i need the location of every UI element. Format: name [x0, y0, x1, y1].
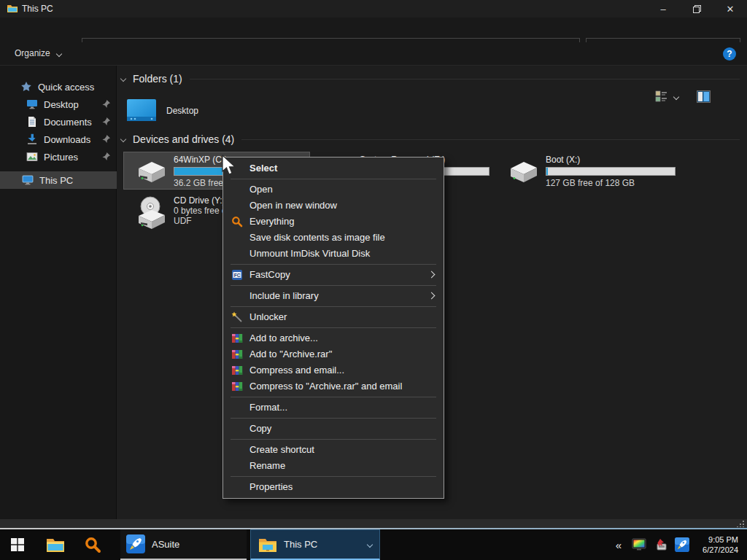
menu-item-compress-and-email[interactable]: Compress and email...: [223, 362, 444, 378]
close-icon: ✕: [727, 4, 735, 15]
menu-item-select[interactable]: Select: [223, 160, 444, 176]
taskbar-asuite-button[interactable]: ASuite: [120, 529, 247, 560]
mouse-cursor: [221, 155, 237, 176]
devices-group-label: Devices and drives (4): [133, 133, 234, 145]
preview-pane-button[interactable]: [697, 90, 711, 103]
sidebar-item-label: This PC: [39, 175, 73, 186]
document-icon: [26, 116, 38, 128]
tray-imdisk-icon[interactable]: [654, 538, 667, 551]
clock-time: 9:05 PM: [703, 534, 738, 545]
sidebar-item-documents[interactable]: Documents: [0, 113, 117, 131]
star-icon: [20, 81, 32, 93]
collapse-chevron-icon[interactable]: [120, 136, 126, 142]
menu-item-open[interactable]: Open: [223, 182, 444, 198]
submenu-arrow-icon: [428, 292, 436, 300]
menu-item-everything[interactable]: Everything: [223, 214, 444, 230]
drive-tile-x[interactable]: Boot (X:) 127 GB free of 128 GB: [496, 152, 681, 189]
menu-item-format[interactable]: Format...: [223, 400, 444, 416]
taskbar: ASuite This PC «: [0, 529, 747, 560]
windows-logo-icon: [11, 538, 24, 551]
sidebar-item-pictures[interactable]: Pictures: [0, 148, 117, 166]
taskbar-clock[interactable]: 9:05 PM 6/27/2024: [703, 534, 738, 555]
hdd-icon: [505, 158, 540, 186]
devices-group-header[interactable]: Devices and drives (4): [121, 133, 740, 145]
menu-item-compress-to-archive-and-email[interactable]: Compress to "Archive.rar" and email: [223, 378, 444, 394]
menu-item-copy[interactable]: Copy: [223, 421, 444, 437]
pin-icon: [101, 117, 111, 126]
folder-name: Desktop: [166, 106, 198, 116]
close-button[interactable]: ✕: [713, 0, 747, 18]
collapse-chevron-icon[interactable]: [120, 76, 126, 82]
sidebar-item-this-pc[interactable]: This PC: [0, 171, 117, 189]
submenu-arrow-icon: [428, 271, 436, 279]
tray-asuite-icon[interactable]: [675, 537, 689, 552]
pin-icon: [101, 134, 111, 144]
cd-drive-icon: [133, 194, 169, 232]
sidebar-item-quick-access[interactable]: Quick access: [0, 78, 117, 96]
this-pc-folder-icon: [258, 537, 277, 553]
pin-icon: [101, 152, 111, 161]
start-button[interactable]: [0, 529, 35, 560]
tray-expand-button[interactable]: «: [616, 539, 622, 551]
winrar-icon: [231, 349, 243, 360]
tray-display-color-icon[interactable]: [632, 538, 646, 551]
sidebar-item-label: Documents: [44, 117, 92, 128]
fastcopy-icon: FC: [231, 269, 243, 281]
drive-name: Boot (X:): [546, 155, 676, 165]
menu-item-add-to-archive-rar[interactable]: Add to "Archive.rar": [223, 346, 444, 362]
menu-separator: [231, 179, 436, 179]
menu-item-unlocker[interactable]: Unlocker: [223, 309, 444, 325]
sidebar-item-desktop[interactable]: Desktop: [0, 96, 117, 113]
picture-icon: [26, 151, 38, 163]
group-header-rule: [190, 79, 740, 79]
taskbar-everything-button[interactable]: [77, 529, 109, 560]
context-menu: Select Open Open in new window Everythin…: [222, 157, 444, 499]
winrar-icon: [231, 332, 243, 344]
restore-icon: [693, 5, 701, 13]
menu-item-properties[interactable]: Properties: [223, 479, 444, 495]
organize-label: Organize: [15, 48, 50, 58]
menu-item-open-new-window[interactable]: Open in new window: [223, 198, 444, 214]
resize-grip[interactable]: [736, 521, 745, 527]
clock-date: 6/27/2024: [703, 545, 738, 555]
window-title: This PC: [22, 4, 53, 14]
title-bar: This PC – ✕: [0, 0, 747, 18]
menu-item-include-in-library[interactable]: Include in library: [223, 288, 444, 304]
pin-icon: [101, 99, 111, 109]
taskbar-file-explorer-button[interactable]: [40, 529, 71, 560]
maximize-button[interactable]: [680, 0, 713, 18]
taskbar-asuite-label: ASuite: [152, 539, 179, 550]
svg-text:FC: FC: [234, 273, 241, 278]
menu-separator: [231, 476, 436, 477]
explorer-app-icon: [7, 3, 18, 15]
folders-group-header[interactable]: Folders (1): [121, 73, 740, 85]
menu-item-create-shortcut[interactable]: Create shortcut: [223, 442, 444, 458]
minimize-button[interactable]: –: [646, 0, 680, 18]
winrar-icon: [231, 381, 243, 392]
menu-item-add-to-archive[interactable]: Add to archive...: [223, 330, 444, 346]
change-view-button[interactable]: [655, 90, 667, 103]
menu-item-save-disk-image[interactable]: Save disk contents as image file: [223, 230, 444, 246]
sidebar-item-downloads[interactable]: Downloads: [0, 131, 117, 148]
minimize-icon: –: [660, 4, 665, 15]
menu-separator: [231, 439, 436, 440]
menu-separator: [231, 418, 436, 419]
menu-separator: [231, 264, 436, 265]
help-button[interactable]: ?: [723, 47, 736, 61]
help-icon: ?: [727, 49, 732, 59]
folders-group-label: Folders (1): [133, 73, 182, 85]
menu-item-unmount-imdisk[interactable]: Unmount ImDisk Virtual Disk: [223, 246, 444, 262]
taskbar-this-pc-button[interactable]: This PC: [250, 529, 380, 560]
view-dropdown-icon[interactable]: [673, 94, 679, 100]
this-pc-dropdown-icon[interactable]: [367, 542, 373, 548]
everything-icon: [231, 216, 243, 228]
menu-item-fastcopy[interactable]: FC FastCopy: [223, 267, 444, 283]
asuite-rocket-icon: [126, 534, 145, 553]
winrar-icon: [231, 365, 243, 376]
unlocker-wand-icon: [231, 311, 243, 323]
system-tray: « 9:05 PM 6/27/2024: [616, 529, 747, 560]
everything-search-icon: [84, 536, 101, 553]
folder-tile-desktop[interactable]: Desktop: [124, 92, 306, 130]
organize-button[interactable]: Organize: [15, 48, 61, 58]
menu-item-rename[interactable]: Rename: [223, 458, 444, 474]
